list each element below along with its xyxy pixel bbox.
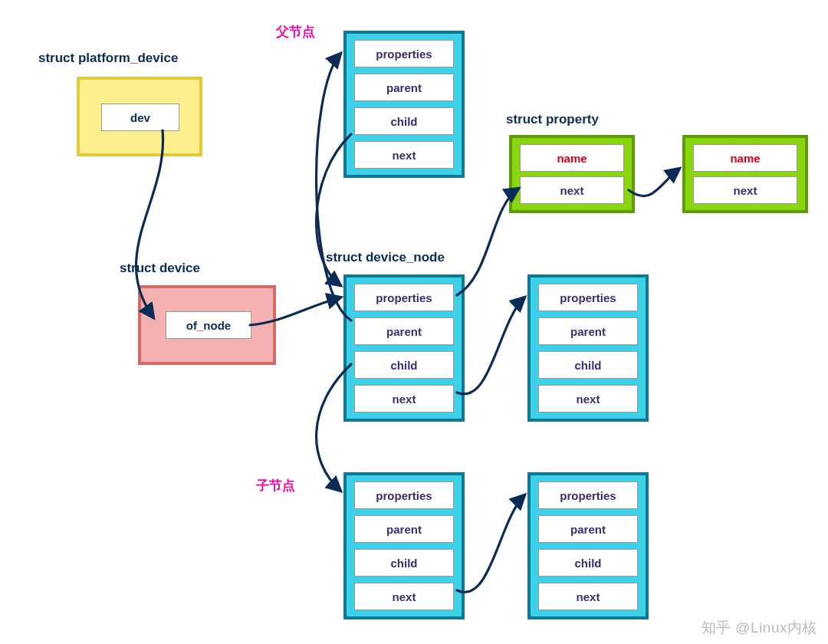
title-property: struct property [506, 112, 599, 127]
field-child: child [538, 351, 638, 379]
field-properties: properties [538, 284, 638, 311]
field-parent: parent [354, 317, 454, 345]
title-child-node: 子节点 [256, 477, 295, 495]
field-parent: parent [354, 74, 454, 101]
box-device-node-child: properties parent child next [343, 472, 465, 619]
field-next: next [354, 141, 454, 169]
box-device-node-main: properties parent child next [343, 274, 465, 422]
box-device-node-sibling: properties parent child next [527, 274, 649, 422]
field-dev: dev [101, 104, 179, 131]
field-next: next [354, 583, 454, 610]
field-properties: properties [354, 40, 454, 67]
watermark: 知乎 @Linux内核 [702, 618, 818, 638]
field-child: child [354, 549, 454, 577]
field-next: next [354, 385, 454, 412]
field-child: child [354, 107, 454, 135]
field-next: next [693, 176, 797, 204]
title-platform-device: struct platform_device [38, 51, 178, 66]
field-name: name [693, 144, 797, 172]
box-device-node-child-sibling: properties parent child next [527, 472, 649, 619]
box-device-node-parent: properties parent child next [343, 31, 465, 178]
field-parent: parent [354, 515, 454, 543]
field-child: child [354, 351, 454, 379]
title-parent-node: 父节点 [276, 23, 315, 41]
field-properties: properties [354, 284, 454, 311]
field-parent: parent [538, 317, 638, 345]
field-parent: parent [538, 515, 638, 543]
field-child: child [538, 549, 638, 577]
box-property-1: name next [509, 135, 635, 213]
field-next: next [520, 176, 624, 204]
field-properties: properties [354, 481, 454, 509]
field-next: next [538, 583, 638, 610]
field-properties: properties [538, 481, 638, 509]
title-device: struct device [120, 261, 200, 276]
field-name: name [520, 144, 624, 172]
field-of-node: of_node [166, 311, 251, 339]
title-device-node: struct device_node [326, 250, 445, 265]
field-next: next [538, 385, 638, 412]
box-property-2: name next [682, 135, 808, 213]
